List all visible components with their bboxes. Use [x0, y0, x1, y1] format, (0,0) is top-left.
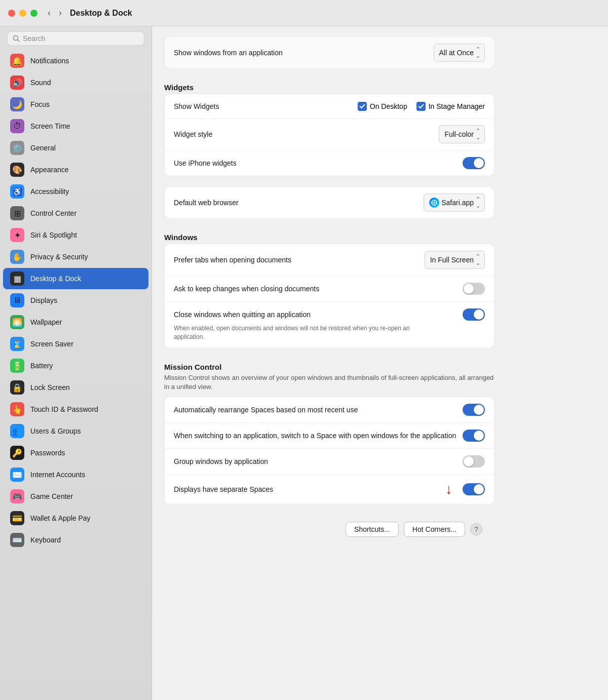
bottom-bar: Shortcuts... Hot Corners... ? [164, 515, 495, 544]
sidebar-item-battery[interactable]: 🔋Battery [3, 355, 148, 376]
prefer-tabs-label: Prefer tabs when opening documents [174, 256, 425, 264]
sidebar-item-screen-saver[interactable]: ⌛Screen Saver [3, 333, 148, 355]
prefer-tabs-row: Prefer tabs when opening documents In Fu… [165, 244, 494, 276]
sidebar-label-displays: Displays [30, 296, 57, 304]
widget-style-label: Widget style [174, 130, 439, 138]
desktop-dock-icon: ▦ [10, 271, 24, 286]
dropdown-arrow-icon: ⌃⌄ [476, 46, 480, 59]
close-button[interactable] [8, 10, 15, 17]
back-button[interactable]: ‹ [46, 7, 53, 19]
sidebar-label-wallet: Wallet & Apple Pay [30, 514, 91, 522]
show-widgets-control: On Desktop In Stage Manager [358, 102, 485, 111]
sidebar-item-wallpaper[interactable]: 🌅Wallpaper [3, 312, 148, 333]
show-windows-label: Show windows from an application [174, 49, 434, 57]
sidebar-item-displays[interactable]: 🖥Displays [3, 290, 148, 311]
search-box[interactable] [7, 31, 144, 46]
hot-corners-button[interactable]: Hot Corners... [404, 522, 465, 537]
sidebar-item-focus[interactable]: 🌙Focus [3, 94, 148, 115]
sidebar-item-sound[interactable]: 🔊Sound [3, 72, 148, 93]
sidebar-item-accessibility[interactable]: ♿Accessibility [3, 181, 148, 202]
sidebar-label-privacy-security: Privacy & Security [30, 253, 88, 261]
sidebar-item-notifications[interactable]: 🔔Notifications [3, 50, 148, 71]
internet-accounts-icon: ✉️ [10, 468, 24, 482]
in-stage-manager-checkbox[interactable] [416, 102, 426, 111]
sidebar-item-siri-spotlight[interactable]: ✦Siri & Spotlight [3, 224, 148, 246]
show-windows-value: All at Once [439, 49, 474, 57]
sidebar-label-passwords: Passwords [30, 449, 65, 457]
widget-style-dropdown[interactable]: Full-color ⌃⌄ [439, 125, 485, 143]
wallet-icon: 💳 [10, 511, 24, 525]
sidebar-item-game-center[interactable]: 🎮Game Center [3, 486, 148, 507]
mission-control-heading: Mission Control [164, 359, 495, 373]
switch-space-control [463, 430, 485, 442]
search-input[interactable] [23, 34, 139, 43]
sidebar-label-focus: Focus [30, 100, 50, 108]
sidebar-label-game-center: Game Center [30, 492, 73, 500]
sound-icon: 🔊 [10, 75, 24, 90]
sidebar-label-notifications: Notifications [30, 57, 69, 65]
general-icon: ⚙️ [10, 141, 24, 155]
window-title: Desktop & Dock [70, 9, 132, 18]
use-iphone-toggle[interactable] [463, 157, 485, 169]
sidebar-items: 🔔Notifications🔊Sound🌙Focus⏱Screen Time⚙️… [0, 50, 151, 551]
group-windows-toggle[interactable] [463, 455, 485, 468]
sidebar: 🔔Notifications🔊Sound🌙Focus⏱Screen Time⚙️… [0, 0, 152, 700]
separate-spaces-label: Displays have separate Spaces [174, 485, 445, 493]
prefer-tabs-control: In Full Screen ⌃⌄ [425, 251, 485, 269]
sidebar-label-siri-spotlight: Siri & Spotlight [30, 231, 77, 239]
sidebar-item-appearance[interactable]: 🎨Appearance [3, 159, 148, 180]
sidebar-label-sound: Sound [30, 79, 51, 87]
ask-keep-control [463, 283, 485, 295]
in-stage-manager-label: In Stage Manager [429, 102, 485, 110]
help-button[interactable]: ? [470, 523, 482, 535]
sidebar-item-privacy-security[interactable]: ✋Privacy & Security [3, 246, 148, 267]
browser-label: Default web browser [174, 199, 424, 207]
sidebar-item-internet-accounts[interactable]: ✉️Internet Accounts [3, 464, 148, 485]
browser-row: Default web browser Safari.app ⌃⌄ [165, 187, 494, 218]
battery-icon: 🔋 [10, 359, 24, 373]
sidebar-item-general[interactable]: ⚙️General [3, 137, 148, 159]
sidebar-item-wallet[interactable]: 💳Wallet & Apple Pay [3, 508, 148, 529]
auto-rearrange-control [463, 404, 485, 416]
group-windows-row: Group windows by application [165, 449, 494, 475]
auto-rearrange-label: Automatically rearrange Spaces based on … [174, 406, 463, 414]
windows-card: Prefer tabs when opening documents In Fu… [164, 244, 495, 348]
dropdown-arrow4-icon: ⌃⌄ [476, 253, 480, 266]
shortcuts-button[interactable]: Shortcuts... [346, 522, 399, 537]
sidebar-label-internet-accounts: Internet Accounts [30, 471, 85, 479]
sidebar-item-control-center[interactable]: ⊞Control Center [3, 203, 148, 224]
traffic-lights [8, 10, 37, 17]
users-groups-icon: 👥 [10, 424, 24, 438]
separate-spaces-control: ↓ [445, 481, 485, 497]
sidebar-item-keyboard[interactable]: ⌨️Keyboard [3, 529, 148, 551]
prefer-tabs-dropdown[interactable]: In Full Screen ⌃⌄ [425, 251, 485, 269]
ask-keep-row: Ask to keep changes when closing documen… [165, 276, 494, 302]
sidebar-item-touch-id[interactable]: 👆Touch ID & Password [3, 399, 148, 420]
sidebar-label-screen-saver: Screen Saver [30, 340, 73, 348]
close-windows-toggle[interactable] [463, 308, 485, 321]
ask-keep-toggle[interactable] [463, 283, 485, 295]
on-desktop-checkbox[interactable] [358, 102, 367, 111]
browser-dropdown[interactable]: Safari.app ⌃⌄ [424, 193, 485, 212]
sidebar-item-users-groups[interactable]: 👥Users & Groups [3, 420, 148, 442]
content-area: Show windows from an application All at … [152, 26, 507, 554]
forward-button[interactable]: › [57, 7, 64, 19]
maximize-button[interactable] [30, 10, 37, 17]
sidebar-item-desktop-dock[interactable]: ▦Desktop & Dock [3, 268, 148, 289]
show-windows-control: All at Once ⌃⌄ [434, 44, 485, 62]
sidebar-label-battery: Battery [30, 362, 53, 370]
mission-control-heading-container: Mission Control Mission Control shows an… [164, 359, 495, 392]
sidebar-item-screen-time[interactable]: ⏱Screen Time [3, 115, 148, 137]
sidebar-item-passwords[interactable]: 🔑Passwords [3, 442, 148, 463]
separate-spaces-toggle[interactable] [463, 483, 485, 495]
minimize-button[interactable] [19, 10, 26, 17]
auto-rearrange-toggle[interactable] [463, 404, 485, 416]
show-windows-row: Show windows from an application All at … [165, 37, 494, 68]
use-iphone-row: Use iPhone widgets [165, 150, 494, 176]
search-container [0, 26, 151, 50]
switch-space-toggle[interactable] [463, 430, 485, 442]
sidebar-item-lock-screen[interactable]: 🔒Lock Screen [3, 377, 148, 398]
sidebar-label-accessibility: Accessibility [30, 187, 69, 196]
search-icon [13, 35, 20, 42]
show-windows-dropdown[interactable]: All at Once ⌃⌄ [434, 44, 485, 62]
